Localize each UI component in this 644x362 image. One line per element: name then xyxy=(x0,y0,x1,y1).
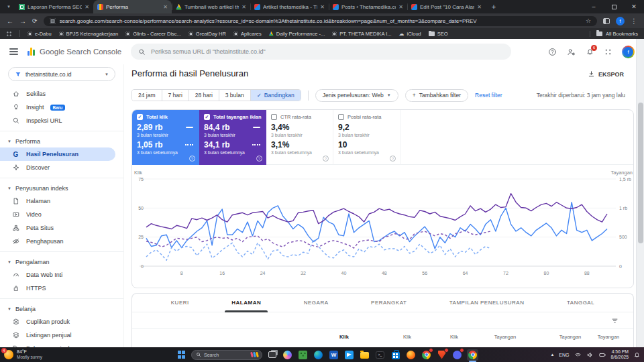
sidebar-item-https[interactable]: HTTPS xyxy=(0,282,123,295)
range-28-hari[interactable]: 28 hari xyxy=(189,90,219,101)
url-inspect-search[interactable] xyxy=(131,44,511,60)
tab-tampilan-penelusuran[interactable]: TAMPILAN PENELUSURAN xyxy=(449,294,525,312)
scrollbar-thumb[interactable] xyxy=(638,103,643,243)
browser-tab[interactable]: Posts ‹ Thetamedika.com — W✕ xyxy=(329,0,407,13)
battery-icon[interactable] xyxy=(598,351,606,359)
help-icon[interactable]: ? xyxy=(323,156,329,162)
new-tab-button[interactable]: + xyxy=(488,1,499,12)
metric-card-total-tayangan-iklan[interactable]: ✓Total tayangan iklan84,4 rb3 bulan tera… xyxy=(199,110,266,165)
reset-filter-link[interactable]: Reset filter xyxy=(475,92,502,99)
sidebar-item-sekilas[interactable]: Sekilas xyxy=(0,87,123,101)
export-button[interactable]: EKSPOR xyxy=(588,70,624,78)
clock[interactable]: 4:56 PM 8/6/2025 xyxy=(611,349,629,360)
tab-kueri[interactable]: KUERI xyxy=(171,294,189,312)
tab-close-icon[interactable]: ✕ xyxy=(85,4,89,10)
taskbar-minecraft-icon[interactable] xyxy=(297,349,309,361)
browser-tab[interactable]: Edit Post "10 Cara Alami untuk✕ xyxy=(407,0,486,13)
sidebar-item-listingan-penjual[interactable]: Listingan penjual xyxy=(0,328,123,342)
checkbox[interactable] xyxy=(271,114,277,120)
bookmark-item[interactable]: Glints - Career Disc... xyxy=(125,31,181,37)
taskbar-chrome-active-icon[interactable] xyxy=(467,349,478,361)
metric-card-posisi-rata-rata[interactable]: Posisi rata-rata9,23 bulan terakhir103 b… xyxy=(333,110,400,165)
taskbar-discord-icon[interactable] xyxy=(451,349,463,361)
help-icon[interactable]: ? xyxy=(189,156,195,162)
range-3-bulan[interactable]: 3 bulan xyxy=(219,90,251,101)
tab-close-icon[interactable]: ✕ xyxy=(320,4,325,10)
taskbar-chrome-icon[interactable] xyxy=(421,349,432,361)
sidebar-item-video[interactable]: Video xyxy=(0,208,123,221)
tab-close-icon[interactable]: ✕ xyxy=(241,4,246,10)
taskbar-taskview-icon[interactable] xyxy=(266,349,278,361)
tab-search-button[interactable]: ▾ xyxy=(3,1,15,12)
bookmark-item[interactable]: ☁iCloud xyxy=(399,31,421,37)
apps-shortcut-icon[interactable] xyxy=(6,31,12,37)
bookmark-item[interactable]: SEO xyxy=(429,31,448,37)
sidebar-section-pengalaman[interactable]: ▼Pengalaman xyxy=(0,255,123,268)
checkbox[interactable]: ✓ xyxy=(204,114,210,120)
side-panel-icon[interactable] xyxy=(603,18,610,24)
close-button[interactable]: ✕ xyxy=(624,0,644,13)
sidebar-item-penghapusan[interactable]: Penghapusan xyxy=(0,235,123,248)
reload-button[interactable]: ⟳ xyxy=(32,17,38,24)
taskbar-store-icon[interactable] xyxy=(390,349,401,361)
tab-close-icon[interactable]: ✕ xyxy=(163,4,168,10)
tray-overflow-icon[interactable]: ▲ xyxy=(550,353,554,357)
taskbar-edge-icon[interactable] xyxy=(313,349,324,361)
browser-tab[interactable]: Artikel thetamedika - Thetame✕ xyxy=(250,0,329,13)
help-icon[interactable]: ? xyxy=(256,156,262,162)
sidebar-item-peluang-penjual[interactable]: Peluang penjual xyxy=(0,342,123,347)
tab-perangkat[interactable]: PERANGKAT xyxy=(371,294,407,312)
notification-center-icon[interactable] xyxy=(633,351,641,359)
range-7-hari[interactable]: 7 hari xyxy=(162,90,189,101)
page-scrollbar[interactable] xyxy=(636,39,644,347)
taskbar-firefox-icon[interactable] xyxy=(405,349,417,361)
sidebar-item-discover[interactable]: Discover xyxy=(0,161,123,174)
taskbar-vscode-icon[interactable] xyxy=(343,349,355,361)
range-24-jam[interactable]: 24 jam xyxy=(132,90,162,101)
tab-close-icon[interactable]: ✕ xyxy=(398,4,403,10)
sidebar-section-penyusunan-indeks[interactable]: ▼Penyusunan indeks xyxy=(0,182,123,194)
filter-funnel-icon[interactable] xyxy=(611,317,619,324)
bookmark-item[interactable]: BPJS Ketenagakerjaan xyxy=(59,31,119,37)
taskbar-search-box[interactable]: Search xyxy=(191,350,262,360)
bookmark-item[interactable]: Aplicares xyxy=(233,31,262,37)
column-header[interactable]: Tayangan xyxy=(494,334,517,340)
minimize-button[interactable]: – xyxy=(584,0,604,13)
volume-icon[interactable] xyxy=(586,351,594,359)
column-header[interactable]: Klik xyxy=(403,334,411,340)
weather-widget[interactable]: 4 84°F Mostly sunny xyxy=(4,347,42,362)
property-selector[interactable]: thetainstitute.co.id ▼ xyxy=(8,67,115,81)
sidebar-item-peta-situs[interactable]: Peta Situs xyxy=(0,221,123,235)
sidebar-item-data-web-inti[interactable]: Data Web Inti xyxy=(0,268,123,282)
tab-negara[interactable]: NEGARA xyxy=(304,294,329,312)
metric-card-total-klik[interactable]: ✓Total klik2,89 rb3 bulan terakhir1,05 r… xyxy=(132,110,199,165)
column-header[interactable]: Tayangan xyxy=(598,334,620,340)
back-button[interactable]: ← xyxy=(7,17,13,25)
browser-profile-avatar[interactable]: f xyxy=(616,17,625,25)
sidebar-section-belanja[interactable]: ▼Belanja xyxy=(0,302,123,315)
hamburger-menu-icon[interactable] xyxy=(9,48,18,55)
address-bar[interactable]: search.google.com/search-console/perform… xyxy=(44,16,597,26)
language-indicator[interactable]: ENG xyxy=(559,353,569,357)
sidebar-item-insight[interactable]: InsightBaru xyxy=(0,101,123,114)
google-apps-grid-icon[interactable] xyxy=(604,48,612,56)
all-bookmarks[interactable]: All Bookmarks xyxy=(590,31,638,37)
column-header[interactable]: Klik xyxy=(450,334,458,340)
browser-tab[interactable]: Laporan Performa SEO - Googl✕ xyxy=(15,0,93,13)
performance-chart[interactable]: KlikTayangan75502501,5 rb1 rb50008162432… xyxy=(132,169,634,282)
gsc-logo[interactable]: Google Search Console xyxy=(28,48,121,56)
help-icon[interactable]: ? xyxy=(390,156,396,162)
search-type-filter[interactable]: Jenis penelusuran: Web ▼ xyxy=(315,89,398,102)
user-settings-icon[interactable] xyxy=(567,48,576,56)
tab-close-icon[interactable]: ✕ xyxy=(477,4,482,10)
site-info-icon[interactable] xyxy=(50,18,56,24)
taskbar-copilot-icon[interactable] xyxy=(282,349,293,361)
wifi-icon[interactable] xyxy=(574,351,582,359)
sidebar-item-cuplikan-produk[interactable]: Cuplikan produk xyxy=(0,315,123,328)
notifications-bell[interactable]: 6 xyxy=(586,48,594,56)
column-header[interactable]: Tayangan xyxy=(559,334,582,340)
bookmark-item[interactable]: e-Dabu xyxy=(28,31,52,37)
bookmark-item[interactable]: Daily Performance -... xyxy=(269,31,325,37)
browser-menu-icon[interactable]: ⋮ xyxy=(631,17,637,25)
metric-card-ctr-rata-rata[interactable]: CTR rata-rata3,4%3 bulan terakhir3,1%3 b… xyxy=(266,110,333,165)
